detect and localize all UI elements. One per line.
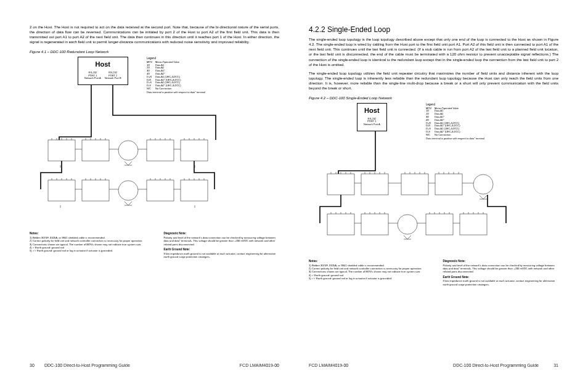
notes-row-left: Notes: 1) Belden 3074F, 3105A, or 9841 s… [30,232,279,258]
svg-rect-0 [48,140,75,161]
wiring-svg-left [30,57,251,229]
diagram-4-2: Host RS-232 PORT 1 Network Port A Legend… [309,103,558,257]
fcd-left: FCD LMAIM4019-00 [240,363,279,367]
left-para-1: 2 on the Host. The Host is not required … [30,25,279,44]
svg-point-14 [473,174,493,194]
wiring-svg-right [309,103,531,257]
svg-rect-1 [82,140,109,161]
fig-4-1-caption: Figure 4.1 – DDC-100 Redundant Loop Netw… [30,49,279,54]
svg-rect-16 [361,214,388,235]
page-right: 4.2.2 Single-Ended Loop The single-ended… [309,25,558,319]
diag-col: Diagnostic Note: Polarity and level of t… [164,232,280,258]
svg-point-2 [118,141,138,160]
notes-title: Notes: [30,232,145,236]
svg-rect-8 [147,180,174,201]
notes-col: Notes: 1) Belden 3074F, 3105A, or 9841 s… [30,232,145,258]
right-para-2: The single-ended loop topology utilizes … [309,71,558,91]
guide-title-left: DDC-100 Direct-to-Host Programming Guide [44,363,130,367]
svg-rect-13 [435,174,462,195]
fig-4-2-caption: Figure 4.2 – DDC-100 Single-Ended Loop N… [309,96,558,100]
svg-rect-15 [327,214,354,235]
guide-title-right: DDC-100 Direct-to-Host Programming Guide [453,363,539,367]
diag-title: Diagnostic Note: [164,232,280,236]
page-footer: 30 DDC-100 Direct-to-Host Programming Gu… [0,363,588,367]
svg-rect-3 [147,140,174,161]
page-number-left: 30 [30,363,44,367]
svg-rect-18 [426,214,453,235]
page-left: 2 on the Host. The Host is not required … [30,25,279,319]
svg-rect-10 [327,174,354,195]
svg-rect-6 [82,180,109,201]
svg-point-7 [118,181,138,200]
earth-title: Earth Ground Note: [164,248,280,252]
notes-row-right: Notes: 1) Belden 3074F, 3105A, or 9841 s… [309,260,558,286]
svg-rect-9 [181,180,208,201]
svg-rect-19 [460,214,487,235]
svg-rect-5 [48,180,75,201]
section-heading: 4.2.2 Single-Ended Loop [309,25,558,35]
page-number-right: 31 [544,363,558,367]
fcd-right: FCD LMAIM4019-00 [309,363,348,367]
svg-rect-4 [181,140,208,161]
page-spread: 2 on the Host. The Host is not required … [0,0,588,338]
diagram-4-1: Host RS-232 PORT 1 Network Port A RS-232… [30,57,279,229]
svg-point-17 [398,215,417,234]
svg-rect-11 [361,174,388,195]
right-para-1: The single-ended loop topology is the lo… [309,37,558,67]
svg-rect-12 [401,174,428,195]
